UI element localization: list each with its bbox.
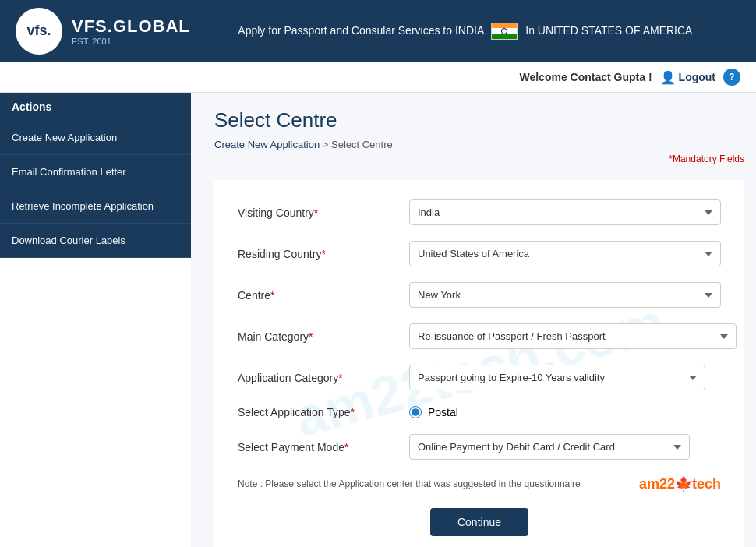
brand-name: VFS.GLOBAL EST. 2001 bbox=[72, 16, 190, 46]
continue-button[interactable]: Continue bbox=[430, 508, 528, 536]
sidebar-item-download-courier[interactable]: Download Courier Labels bbox=[0, 224, 191, 258]
payment-mode-control: Online Payment by Debit Card / Credit Ca… bbox=[409, 434, 721, 460]
page-title: Select Centre bbox=[214, 108, 744, 132]
breadcrumb: Create New Application > Select Centre bbox=[214, 139, 744, 150]
visiting-country-row: Visiting Country* India bbox=[238, 199, 721, 225]
header: vfs. VFS.GLOBAL EST. 2001 Apply for Pass… bbox=[0, 0, 756, 62]
mandatory-note: *Mandatory Fields bbox=[214, 154, 744, 164]
logout-icon: 👤 bbox=[660, 70, 676, 85]
main-category-label: Main Category* bbox=[238, 330, 409, 343]
help-button[interactable]: ? bbox=[723, 69, 740, 86]
residing-country-select[interactable]: United States of America bbox=[409, 241, 721, 266]
sidebar-header: Actions bbox=[0, 93, 191, 121]
brand-watermark: am22🍁tech bbox=[639, 475, 721, 492]
top-bar: Welcome Contact Gupta ! 👤 Logout ? bbox=[0, 62, 756, 93]
payment-mode-label: Select Payment Mode* bbox=[238, 441, 409, 453]
logo-text: vfs. bbox=[26, 23, 51, 39]
sidebar-item-retrieve-incomplete[interactable]: Retrieve Incomplete Application bbox=[0, 189, 191, 224]
app-type-postal-label: Postal bbox=[428, 406, 458, 418]
centre-control: New York bbox=[409, 282, 721, 308]
logo-circle: vfs. bbox=[16, 8, 62, 55]
logout-button[interactable]: 👤 Logout bbox=[660, 70, 715, 85]
app-type-postal-radio[interactable] bbox=[409, 406, 422, 418]
breadcrumb-home[interactable]: Create New Application bbox=[214, 139, 320, 150]
logo-area: vfs. VFS.GLOBAL EST. 2001 bbox=[16, 8, 190, 55]
payment-mode-select[interactable]: Online Payment by Debit Card / Credit Ca… bbox=[409, 434, 690, 460]
residing-country-control: United States of America bbox=[409, 241, 721, 266]
visiting-country-label: Visiting Country* bbox=[238, 206, 409, 219]
residing-country-row: Residing Country* United States of Ameri… bbox=[238, 241, 721, 266]
breadcrumb-sep: > bbox=[323, 139, 331, 150]
app-type-row: Select Application Type* Postal bbox=[238, 406, 721, 418]
main-category-row: Main Category* Re-issuance of Passport /… bbox=[238, 323, 721, 349]
main-category-control: Re-issuance of Passport / Fresh Passport bbox=[409, 323, 721, 349]
visiting-country-control: India bbox=[409, 199, 721, 225]
main-layout: Actions Create New Application Email Con… bbox=[0, 93, 756, 547]
continue-row: Continue bbox=[238, 508, 721, 536]
visiting-country-select[interactable]: India bbox=[409, 199, 721, 225]
centre-select[interactable]: New York bbox=[409, 282, 721, 308]
centre-label: Centre* bbox=[238, 289, 409, 302]
residing-country-label: Residing Country* bbox=[238, 248, 409, 260]
note-row: Note : Please select the Application cen… bbox=[238, 475, 721, 492]
sidebar: Actions Create New Application Email Con… bbox=[0, 93, 191, 547]
form-section: am22tech.com Visiting Country* India Res… bbox=[214, 180, 744, 547]
centre-row: Centre* New York bbox=[238, 282, 721, 308]
app-category-row: Application Category* Passport going to … bbox=[238, 365, 721, 390]
app-type-control: Postal bbox=[409, 406, 721, 418]
main-content: Select Centre Create New Application > S… bbox=[191, 93, 756, 547]
header-tagline: Apply for Passport and Consular Services… bbox=[190, 23, 740, 40]
note-text: Note : Please select the Application cen… bbox=[238, 478, 581, 489]
app-category-label: Application Category* bbox=[238, 372, 409, 384]
app-category-select[interactable]: Passport going to Expire-10 Years validi… bbox=[409, 365, 705, 390]
main-category-select[interactable]: Re-issuance of Passport / Fresh Passport bbox=[409, 323, 737, 349]
payment-mode-row: Select Payment Mode* Online Payment by D… bbox=[238, 434, 721, 460]
app-category-control: Passport going to Expire-10 Years validi… bbox=[409, 365, 721, 390]
app-type-label: Select Application Type* bbox=[238, 406, 409, 418]
sidebar-item-create-new-application[interactable]: Create New Application bbox=[0, 121, 191, 155]
sidebar-item-email-confirmation[interactable]: Email Confirmation Letter bbox=[0, 155, 191, 189]
welcome-text: Welcome Contact Gupta ! bbox=[519, 71, 652, 83]
india-flag-icon bbox=[491, 23, 518, 40]
breadcrumb-current: Select Centre bbox=[331, 139, 393, 150]
